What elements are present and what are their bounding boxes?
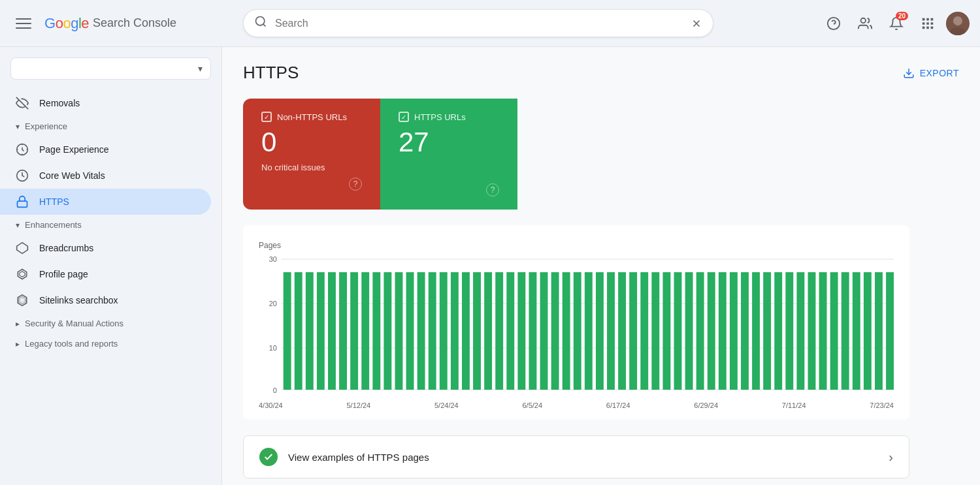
x-label-2: 5/24/24 bbox=[434, 401, 459, 409]
avatar[interactable] bbox=[946, 12, 970, 35]
main-content: HTTPS EXPORT ✓ Non-HTTPS URLs 0 No criti… bbox=[222, 47, 980, 485]
checkbox-https-icon: ✓ bbox=[399, 112, 409, 122]
chart-x-labels: 4/30/24 5/12/24 5/24/24 6/5/24 6/17/24 6… bbox=[259, 401, 894, 409]
svg-rect-9 bbox=[923, 26, 925, 29]
svg-text:10: 10 bbox=[269, 344, 277, 352]
diamond-stack2-icon bbox=[16, 294, 29, 307]
avatar-image bbox=[946, 12, 970, 35]
svg-rect-55 bbox=[517, 272, 525, 390]
chart-svg: 30 20 10 0 bbox=[259, 253, 894, 396]
svg-text:20: 20 bbox=[269, 300, 277, 307]
activity-icon bbox=[16, 169, 29, 182]
svg-point-13 bbox=[953, 16, 962, 25]
svg-rect-7 bbox=[926, 22, 929, 25]
svg-rect-88 bbox=[886, 272, 894, 390]
svg-rect-74 bbox=[730, 272, 738, 390]
sidebar-item-https[interactable]: HTTPS bbox=[0, 189, 211, 215]
page-title: HTTPS bbox=[243, 63, 299, 83]
x-label-0: 4/30/24 bbox=[259, 401, 283, 409]
svg-rect-82 bbox=[819, 272, 827, 390]
svg-rect-65 bbox=[629, 272, 637, 390]
sidebar-section-experience[interactable]: ▾ Experience bbox=[0, 116, 221, 136]
svg-rect-36 bbox=[306, 272, 314, 390]
card-non-https: ✓ Non-HTTPS URLs 0 No critical issues ? bbox=[243, 99, 380, 210]
svg-rect-85 bbox=[853, 272, 860, 390]
sidebar-item-removals-label: Removals bbox=[39, 98, 80, 108]
chevron-down-icon: ▾ bbox=[198, 63, 203, 74]
sidebar-item-profile-page[interactable]: Profile page bbox=[0, 261, 211, 287]
svg-rect-45 bbox=[406, 272, 414, 390]
chart-bars bbox=[284, 272, 894, 390]
svg-rect-64 bbox=[618, 272, 626, 390]
diamond-stack-icon bbox=[16, 268, 29, 281]
sidebar-item-page-experience[interactable]: Page Experience bbox=[0, 136, 211, 163]
sidebar-section-enhancements[interactable]: ▾ Enhancements bbox=[0, 215, 221, 235]
view-examples-left: View examples of HTTPS pages bbox=[259, 448, 429, 466]
svg-rect-67 bbox=[651, 272, 659, 390]
export-button[interactable]: EXPORT bbox=[903, 67, 959, 79]
google-logo: Google bbox=[44, 15, 89, 32]
search-bar[interactable] bbox=[243, 9, 713, 37]
apps-button[interactable] bbox=[915, 10, 941, 37]
svg-rect-49 bbox=[451, 272, 459, 390]
svg-rect-70 bbox=[685, 272, 693, 390]
card-https-number: 27 bbox=[399, 127, 499, 157]
svg-rect-53 bbox=[495, 272, 503, 390]
sidebar-item-sitelinks[interactable]: Sitelinks searchbox bbox=[0, 287, 211, 313]
svg-rect-59 bbox=[563, 272, 570, 390]
svg-rect-84 bbox=[841, 272, 849, 390]
svg-rect-37 bbox=[317, 272, 325, 390]
help-button[interactable] bbox=[821, 10, 847, 37]
notification-count: 20 bbox=[896, 12, 908, 20]
sidebar-item-removals[interactable]: Removals bbox=[0, 90, 211, 116]
card-non-https-subtitle: No critical issues bbox=[261, 163, 362, 172]
menu-button[interactable] bbox=[10, 10, 37, 37]
svg-rect-6 bbox=[923, 22, 925, 25]
svg-rect-41 bbox=[361, 272, 369, 390]
expand-enhancements-icon: ▾ bbox=[16, 221, 20, 230]
svg-rect-60 bbox=[574, 272, 581, 390]
x-label-3: 6/5/24 bbox=[522, 401, 542, 409]
svg-rect-38 bbox=[328, 272, 336, 390]
topbar-actions: 20 bbox=[821, 10, 970, 37]
svg-rect-76 bbox=[752, 272, 760, 390]
search-clear-button[interactable] bbox=[691, 18, 702, 29]
x-label-4: 6/17/24 bbox=[606, 401, 630, 409]
svg-rect-51 bbox=[473, 272, 481, 390]
topbar-left: Google Search Console bbox=[10, 10, 233, 37]
checkbox-icon: ✓ bbox=[261, 112, 272, 122]
sidebar-section-legacy[interactable]: ▸ Legacy tools and reports bbox=[0, 334, 221, 354]
sidebar-item-core-web-vitals[interactable]: Core Web Vitals bbox=[0, 163, 211, 189]
help-circle-icon[interactable]: ? bbox=[349, 178, 362, 191]
chart-container: 30 20 10 0 bbox=[259, 253, 894, 396]
svg-rect-66 bbox=[640, 272, 648, 390]
help-circle-https-icon[interactable]: ? bbox=[486, 183, 499, 196]
app-subtitle: Search Console bbox=[93, 16, 176, 30]
svg-rect-39 bbox=[339, 272, 347, 390]
svg-rect-71 bbox=[696, 272, 704, 390]
svg-rect-11 bbox=[931, 26, 934, 29]
x-label-6: 7/11/24 bbox=[782, 401, 806, 409]
property-selector[interactable]: ▾ bbox=[10, 57, 211, 80]
view-examples-label: View examples of HTTPS pages bbox=[288, 452, 429, 463]
card-non-https-number: 0 bbox=[261, 127, 362, 157]
people-button[interactable] bbox=[852, 10, 878, 37]
search-input[interactable] bbox=[275, 18, 683, 29]
svg-rect-46 bbox=[417, 272, 425, 390]
sidebar-item-profile-label: Profile page bbox=[39, 269, 88, 279]
svg-point-2 bbox=[861, 18, 866, 22]
notifications-button[interactable]: 20 bbox=[883, 10, 909, 37]
svg-rect-50 bbox=[462, 272, 470, 390]
svg-rect-52 bbox=[484, 272, 492, 390]
svg-rect-10 bbox=[926, 26, 929, 29]
view-examples-row[interactable]: View examples of HTTPS pages › bbox=[243, 435, 909, 478]
svg-rect-75 bbox=[741, 272, 749, 390]
sidebar-item-breadcrumbs[interactable]: Breadcrumbs bbox=[0, 235, 211, 261]
svg-marker-19 bbox=[17, 243, 28, 254]
sidebar-section-security[interactable]: ▸ Security & Manual Actions bbox=[0, 313, 221, 334]
eye-off-icon bbox=[16, 97, 29, 110]
section-security-label: Security & Manual Actions bbox=[25, 319, 123, 328]
summary-cards: ✓ Non-HTTPS URLs 0 No critical issues ? … bbox=[243, 99, 782, 210]
svg-rect-78 bbox=[774, 272, 782, 390]
sidebar-item-sitelinks-label: Sitelinks searchbox bbox=[39, 295, 118, 305]
